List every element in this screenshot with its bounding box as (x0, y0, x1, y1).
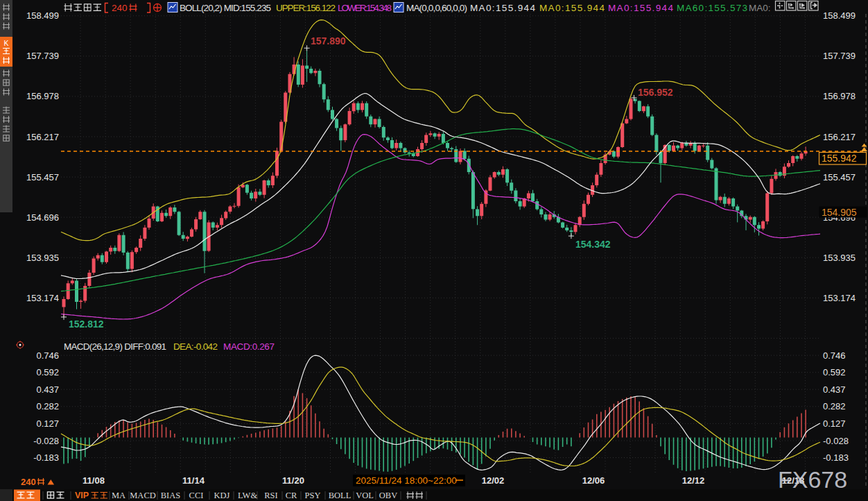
svg-text:CR: CR (286, 491, 297, 500)
svg-text:-0.183: -0.183 (823, 452, 849, 463)
svg-text:240: 240 (21, 477, 36, 487)
svg-text:MACD:0.267: MACD:0.267 (223, 341, 275, 352)
svg-text:-0.028: -0.028 (823, 436, 849, 446)
svg-text:MA60:155.573: MA60:155.573 (677, 3, 747, 13)
svg-text:LW&: LW& (238, 491, 258, 500)
svg-text:KDJ: KDJ (214, 491, 230, 500)
svg-text:CCI: CCI (189, 491, 204, 500)
svg-text:FX678: FX678 (778, 466, 847, 493)
svg-text:RSI: RSI (264, 491, 277, 500)
svg-text:12/06: 12/06 (582, 475, 605, 486)
svg-text:BOLL: BOLL (329, 491, 351, 500)
svg-text:156.217: 156.217 (823, 132, 856, 142)
svg-text:11/20: 11/20 (282, 475, 304, 486)
svg-text:OBV: OBV (379, 491, 397, 500)
svg-text:MA: MA (112, 491, 125, 500)
svg-text:0.746: 0.746 (823, 350, 846, 361)
svg-text:11/08: 11/08 (83, 475, 105, 486)
svg-text:157.890: 157.890 (311, 35, 346, 46)
svg-text:158.499: 158.499 (26, 10, 59, 21)
svg-text:154.696: 154.696 (26, 212, 59, 223)
svg-text:0.592: 0.592 (823, 367, 846, 377)
svg-text:11/14: 11/14 (182, 475, 205, 486)
svg-text:MA0:155.944: MA0:155.944 (470, 3, 535, 13)
svg-text:MA0:155.944: MA0:155.944 (608, 3, 673, 13)
svg-text:0.127: 0.127 (823, 418, 846, 429)
svg-text:153.174: 153.174 (26, 293, 59, 303)
svg-text:157.739: 157.739 (823, 51, 856, 61)
svg-text:DEA:-0.042: DEA:-0.042 (173, 341, 218, 352)
svg-text:153.935: 153.935 (823, 253, 856, 263)
svg-text:0.282: 0.282 (823, 401, 846, 411)
svg-text:155.457: 155.457 (823, 172, 856, 182)
svg-text:VIP: VIP (75, 491, 89, 500)
svg-text:MA0:: MA0: (749, 3, 771, 13)
svg-text:MA(0,0,0,60,0,0): MA(0,0,0,60,0,0) (406, 3, 467, 13)
svg-text:BIAS: BIAS (161, 491, 181, 500)
svg-text:MA0:155.944: MA0:155.944 (539, 3, 605, 13)
svg-text:152.812: 152.812 (69, 319, 104, 330)
svg-text:MACD: MACD (130, 491, 156, 500)
svg-text:12/12: 12/12 (682, 475, 705, 486)
svg-text:-0.028: -0.028 (33, 436, 59, 446)
svg-text:156.978: 156.978 (823, 91, 856, 101)
svg-text:158.499: 158.499 (823, 10, 856, 21)
svg-text:0.282: 0.282 (36, 401, 59, 411)
svg-text:155.457: 155.457 (26, 172, 59, 182)
svg-text:-0.183: -0.183 (33, 452, 59, 463)
svg-text:155.942: 155.942 (822, 153, 857, 164)
svg-text:VOL: VOL (356, 491, 374, 500)
svg-text:156.217: 156.217 (26, 132, 59, 142)
svg-text:LOWER:154.348: LOWER:154.348 (338, 3, 392, 13)
svg-text:12/02: 12/02 (482, 475, 505, 486)
svg-text:157.739: 157.739 (26, 51, 59, 61)
svg-text:0.746: 0.746 (36, 350, 59, 361)
svg-text:BOLL(20,2) MID:155.235: BOLL(20,2) MID:155.235 (180, 3, 271, 13)
svg-text:154.905: 154.905 (822, 207, 857, 218)
svg-text:K: K (3, 39, 8, 47)
svg-text:154.342: 154.342 (575, 239, 611, 250)
svg-text:156.978: 156.978 (26, 91, 59, 101)
svg-text:0.437: 0.437 (36, 384, 59, 395)
svg-text:0.437: 0.437 (823, 384, 846, 395)
svg-text:MACD(26,12,9) DIFF:0.091: MACD(26,12,9) DIFF:0.091 (64, 341, 166, 352)
svg-text:2025/11/24 18:00~22:00: 2025/11/24 18:00~22:00 (356, 475, 457, 486)
svg-text:153.174: 153.174 (823, 293, 856, 303)
svg-text:0.592: 0.592 (36, 367, 59, 377)
svg-text:UPPER:156.122: UPPER:156.122 (276, 3, 336, 13)
svg-text:PSY: PSY (305, 491, 321, 500)
svg-text:153.935: 153.935 (26, 253, 59, 263)
svg-text:240: 240 (112, 3, 128, 13)
svg-text:0.127: 0.127 (36, 418, 59, 429)
svg-text:156.952: 156.952 (638, 87, 673, 98)
